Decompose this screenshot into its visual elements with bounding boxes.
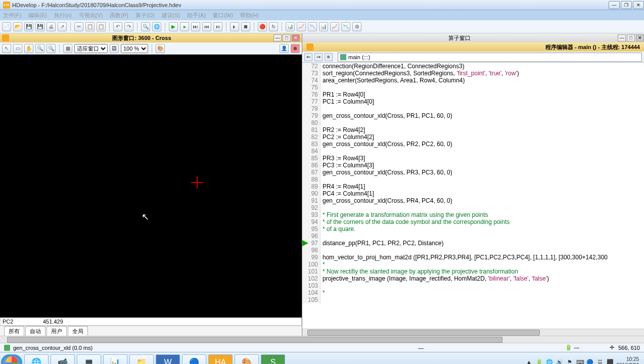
chart4-button[interactable]: 📊	[319, 22, 328, 31]
code-line[interactable]: 86PC3 := Column4[3]	[302, 162, 644, 169]
taskbar-app-6[interactable]: W	[156, 354, 180, 365]
code-line[interactable]: 105	[302, 296, 644, 303]
operator-maximize[interactable]: □	[627, 34, 635, 41]
taskbar-app-1[interactable]: 🌐	[24, 354, 49, 365]
reset-button[interactable]: ↻	[269, 22, 278, 31]
code-line[interactable]: 93* First generate a transformation matr…	[302, 211, 644, 218]
code-line[interactable]: 80	[302, 119, 644, 126]
tray-icon[interactable]: 🔋	[536, 359, 543, 365]
paste-button[interactable]: 📋	[97, 22, 106, 31]
saveall-button[interactable]: 💾	[35, 22, 44, 31]
menu-execute[interactable]: 执行(x)	[54, 12, 72, 19]
menu-help[interactable]: 帮助(H)	[240, 12, 259, 19]
code-line[interactable]: 76PR1 := Row4[0]	[302, 91, 644, 98]
open-button[interactable]: 📂	[13, 22, 22, 31]
start-button[interactable]	[1, 354, 22, 365]
tab-auto[interactable]: 自动	[25, 326, 45, 336]
code-line[interactable]: 78	[302, 105, 644, 112]
chart5-button[interactable]: 📈	[330, 22, 339, 31]
world-button[interactable]: 🌐	[152, 22, 161, 31]
procedure-select[interactable]: main (:::)	[338, 53, 642, 62]
chart7-button[interactable]: ⚙	[352, 22, 361, 31]
menu-window[interactable]: 窗口(W)	[213, 12, 233, 19]
stop-button[interactable]: ⏹	[241, 22, 250, 31]
code-line[interactable]: 82PC2 := Column4[2]	[302, 133, 644, 141]
code-line[interactable]: 81PR2 := Row4[2]	[302, 126, 644, 133]
taskbar-app-8[interactable]: HA	[208, 354, 233, 365]
hand-tool[interactable]: ✋	[24, 44, 33, 53]
print-button[interactable]: 🖨	[47, 22, 56, 31]
grid-icon[interactable]: ▦	[63, 44, 72, 53]
tab-global[interactable]: 全局	[68, 326, 88, 336]
run-to-button[interactable]: ⏵	[230, 22, 239, 31]
taskbar-app-4[interactable]: 📊	[103, 354, 127, 365]
tray-icon[interactable]: ☰	[596, 359, 604, 365]
minimize-button[interactable]: —	[609, 1, 620, 9]
code-line[interactable]: 83gen_cross_contour_xld(Cross, PR2, PC2,…	[302, 141, 644, 148]
step-out-button[interactable]: ⏯	[213, 22, 222, 31]
code-line[interactable]: 87gen_cross_contour_xld(Cross, PR3, PC3,…	[302, 169, 644, 176]
tray-icon[interactable]: ▲	[526, 359, 533, 365]
clock[interactable]: 10:25 2018/7/26	[617, 356, 639, 365]
code-line[interactable]: 84	[302, 148, 644, 155]
step-into-button[interactable]: ⏮	[202, 22, 211, 31]
close-button[interactable]: ✕	[633, 1, 644, 9]
code-line[interactable]: 103	[302, 282, 644, 289]
tab-all[interactable]: 所有	[4, 326, 24, 336]
record-tool[interactable]: ⏺	[291, 44, 300, 53]
redo-button[interactable]: ↷	[124, 22, 133, 31]
code-line[interactable]: 96	[302, 233, 644, 240]
undo-button[interactable]: ↶	[113, 22, 122, 31]
taskbar-app-3[interactable]: 💻	[77, 354, 101, 365]
code-line[interactable]: 104*	[302, 289, 644, 296]
tray-icon[interactable]: 🔊	[556, 359, 563, 365]
color-tool[interactable]: 🎨▾	[156, 44, 165, 53]
code-line[interactable]: 94* of the corners of the data code symb…	[302, 218, 644, 225]
tray-icon[interactable]: ⬛	[607, 359, 614, 365]
code-line[interactable]: 75	[302, 84, 644, 91]
menu-visualize[interactable]: 可视化(V)	[79, 12, 103, 19]
save-button[interactable]: 💾	[24, 22, 33, 31]
taskbar-app-9[interactable]: 🎨	[235, 354, 259, 365]
tray-icon[interactable]: 🔵	[586, 359, 593, 365]
code-line[interactable]: 98	[302, 247, 644, 254]
maximize-button[interactable]: ❐	[621, 1, 632, 9]
menu-edit[interactable]: 编辑(E)	[28, 12, 47, 19]
graphics-minimize[interactable]: —	[273, 34, 282, 41]
step-button[interactable]: ▸	[180, 22, 189, 31]
operator-close[interactable]: ✕	[636, 34, 644, 41]
fit-select[interactable]: 适应窗口	[74, 44, 108, 53]
code-line[interactable]: 95* of a quare.	[302, 225, 644, 233]
code-line[interactable]: 89PR4 := Row4[1]	[302, 183, 644, 190]
taskbar-app-5[interactable]: 📁	[129, 354, 154, 365]
code-line[interactable]: 97distance_pp(PR1, PC1, PR2, PC2, Distan…	[302, 240, 644, 247]
nav-back[interactable]: ⇐	[304, 53, 312, 61]
nav-forward[interactable]: ⇒	[314, 53, 323, 61]
code-line[interactable]: 92	[302, 204, 644, 211]
user-tool[interactable]: 👤	[280, 44, 289, 53]
code-line[interactable]: 100*	[302, 261, 644, 268]
chart1-button[interactable]: 📊	[286, 22, 295, 31]
copy-button[interactable]: 📋	[85, 22, 95, 31]
graphics-close[interactable]: ✕	[292, 34, 300, 41]
zoom-select[interactable]: 100 %	[121, 44, 148, 53]
code-line[interactable]: 99hom_vector_to_proj_hom_mat2d ([PR1,PR2…	[302, 254, 644, 261]
zoom-dropdown[interactable]: 🔍▾	[47, 44, 56, 53]
breakpoint-button[interactable]: 🔴	[258, 22, 267, 31]
operator-minimize[interactable]: —	[618, 34, 626, 41]
code-line[interactable]: 74area_center(SortedRegions, Area1, Row4…	[302, 77, 644, 84]
menu-function[interactable]: 函数(P)	[110, 12, 128, 19]
code-line[interactable]: 77PC1 := Column4[0]	[302, 98, 644, 105]
code-line[interactable]: 73sort_region(ConnectedRegions3, SortedR…	[302, 70, 644, 77]
code-line[interactable]: 88	[302, 176, 644, 183]
code-editor[interactable]: 72connection(RegionDifference1, Connecte…	[302, 63, 644, 329]
menu-assistant[interactable]: 助手(A)	[187, 12, 206, 19]
image-icon[interactable]: 🖼	[110, 44, 119, 53]
select-tool[interactable]: ▭	[13, 44, 22, 53]
chart6-button[interactable]: 📉	[341, 22, 350, 31]
status-scrollbar[interactable]	[0, 336, 644, 343]
code-line[interactable]: 101* Now rectifiy the slanted image by a…	[302, 268, 644, 275]
run-button[interactable]: ▶	[169, 22, 178, 31]
tray-icon[interactable]: 🌐	[546, 359, 553, 365]
menu-suggest[interactable]: 建议(S)	[162, 12, 180, 19]
